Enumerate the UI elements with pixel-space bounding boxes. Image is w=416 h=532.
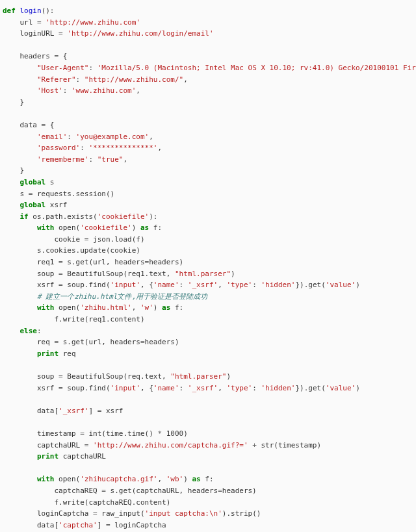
code-token: = — [58, 372, 63, 381]
code-token: ).strip() — [222, 509, 261, 518]
code-token: : — [179, 281, 188, 289]
code-token: BeautifulSoup(req.text, — [63, 372, 171, 381]
code-token: req — [3, 338, 54, 346]
code-token: ] — [88, 407, 97, 415]
code-token: requests.session() — [32, 190, 114, 198]
code-token: : — [37, 327, 42, 335]
code-token: = — [58, 384, 63, 392]
code-token: headers) — [145, 338, 179, 346]
code-token: = — [58, 281, 63, 289]
code-token: 'Mozilla/5.0 (Macintosh; Intel Mac OS X … — [98, 64, 416, 72]
code-token: xsrf — [3, 281, 58, 289]
code-token: str(timestamp) — [257, 441, 321, 450]
code-token: open( — [54, 223, 80, 232]
code-token: : — [88, 64, 97, 72]
code-token: def — [3, 6, 20, 15]
code-token: ) — [356, 384, 360, 392]
code-token — [3, 144, 37, 152]
code-token: loginURL — [3, 29, 58, 38]
code-token: = — [80, 429, 84, 438]
code-token: ) — [356, 281, 360, 289]
code-token: "true" — [98, 155, 124, 164]
code-token — [3, 212, 20, 221]
code-token: data — [3, 121, 42, 129]
code-token: ): — [149, 212, 157, 221]
code-token: f: — [149, 223, 162, 232]
code-block: def login(): url = 'http://www.zhihu.com… — [0, 0, 416, 532]
code-token: s.get(url, headers — [63, 258, 145, 266]
code-token: headers) — [149, 258, 183, 266]
code-token: 'http://www.zhihu.com' — [46, 18, 140, 27]
code-token: with — [37, 475, 55, 483]
code-token: timestamp — [3, 429, 80, 438]
code-token — [3, 223, 37, 232]
code-token: }).get( — [295, 384, 325, 392]
code-token — [3, 64, 37, 72]
code-token: : — [252, 384, 261, 392]
code-token: s — [3, 190, 29, 198]
code-token: = — [101, 487, 106, 495]
code-token: "http://www.zhihu.com/" — [84, 75, 183, 84]
code-token: 'name' — [153, 384, 179, 392]
code-token: 'zhihu.html' — [80, 303, 131, 312]
code-token: os.path.exists( — [29, 212, 98, 221]
code-token: captchaURL — [3, 441, 84, 450]
code-token: }).get( — [295, 281, 325, 289]
code-token: 'email' — [37, 133, 67, 141]
code-token: open( — [54, 303, 80, 312]
code-token: , — [183, 75, 188, 84]
code-token: : — [80, 144, 88, 152]
code-token: captchaREQ — [3, 487, 101, 495]
code-token: '_xsrf' — [58, 407, 88, 415]
code-token — [3, 327, 20, 335]
code-token: if — [20, 212, 29, 221]
code-token: 'input captcha:\n' — [145, 509, 222, 518]
code-token: soup — [3, 372, 58, 381]
code-token — [3, 292, 37, 301]
code-token — [3, 86, 37, 95]
code-token: 'type' — [226, 384, 252, 392]
code-token: = — [58, 270, 63, 278]
code-token: = — [93, 509, 98, 518]
code-comment: # 建立一个zhihu.html文件,用于验证是否登陆成功 — [37, 292, 207, 301]
code-token: ) — [183, 475, 192, 483]
code-token: = — [218, 487, 222, 495]
code-token — [3, 475, 37, 483]
code-token: global — [20, 201, 46, 209]
code-token: soup.find( — [63, 384, 110, 392]
code-token: ] — [98, 521, 106, 529]
code-token: } — [3, 166, 24, 175]
code-token: data[ — [3, 407, 58, 415]
code-token: 'value' — [326, 281, 356, 289]
code-token: print — [37, 452, 58, 461]
code-token: : — [252, 281, 261, 289]
code-token: : — [88, 155, 97, 164]
code-token: "html.parser" — [170, 372, 226, 381]
code-token: xsrf — [101, 407, 123, 415]
code-token: 'cookiefile' — [98, 212, 149, 221]
code-token: , { — [140, 281, 153, 289]
code-token — [3, 201, 20, 209]
code-token: 'hidden' — [261, 281, 295, 289]
code-token: , — [157, 144, 162, 152]
code-token: s.get(url, headers — [58, 338, 140, 346]
code-token: "User-Agent" — [37, 64, 88, 72]
code-token: 1000 — [166, 429, 184, 438]
code-token — [162, 429, 166, 438]
code-token: BeautifulSoup(req1.text, — [63, 270, 175, 278]
code-token: req — [58, 349, 76, 358]
code-token: ) — [226, 372, 231, 381]
code-token: url — [3, 18, 37, 27]
code-token: 'zhihucaptcha.gif' — [80, 475, 157, 483]
code-token — [3, 155, 37, 164]
code-token — [3, 452, 37, 461]
code-token: ) — [132, 223, 140, 232]
code-token: = — [58, 29, 63, 38]
code-token: f: — [201, 475, 214, 483]
code-token: ) — [231, 270, 235, 278]
code-token: , — [136, 86, 140, 95]
code-token: int(time.time() — [84, 429, 158, 438]
code-token: json.load(f) — [88, 235, 144, 244]
code-token: , — [132, 303, 140, 312]
code-token: with — [37, 223, 55, 232]
